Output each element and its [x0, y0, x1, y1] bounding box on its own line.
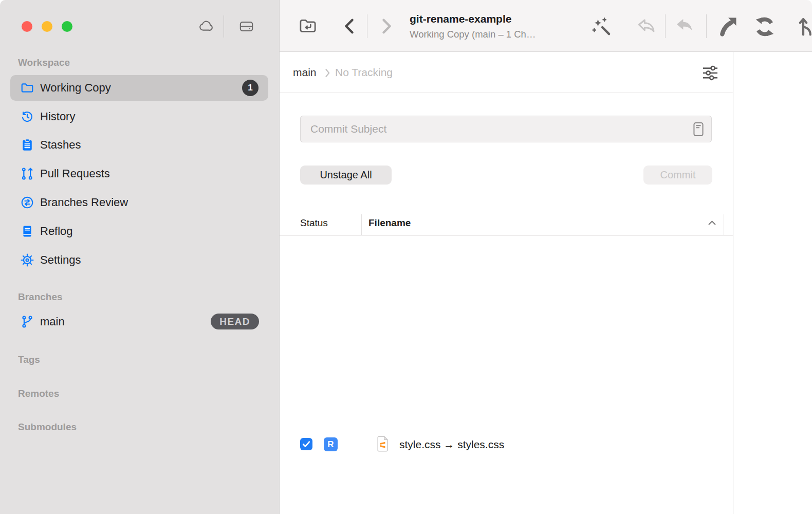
zoom-window-button[interactable] — [62, 21, 72, 32]
stage-checkbox[interactable] — [300, 438, 312, 450]
sidebar-section-submodules: Submodules — [18, 421, 77, 433]
breadcrumb-tracking[interactable]: No Tracking — [335, 66, 393, 79]
toolbar: git-rename-example Working Copy (main – … — [280, 0, 812, 52]
file-rename-label: style.css → styles.css — [399, 438, 504, 451]
sidebar-item-label: Settings — [40, 253, 81, 267]
back-button[interactable] — [342, 17, 356, 35]
commit-subject-input[interactable] — [300, 116, 712, 142]
sidebar-section-branches: Branches — [18, 291, 63, 303]
forward-button[interactable] — [380, 17, 394, 35]
table-row[interactable]: R style.css → styles.css — [280, 238, 733, 266]
close-repo-folder-icon[interactable] — [296, 16, 320, 36]
sidebar-item-branches-review[interactable]: Branches Review — [10, 190, 268, 215]
reflog-journal-icon — [20, 224, 34, 238]
toolbar-divider — [665, 14, 666, 38]
history-icon — [20, 109, 34, 124]
breadcrumb: main No Tracking — [280, 52, 733, 93]
breadcrumb-branch[interactable]: main — [293, 66, 317, 79]
column-divider[interactable] — [361, 214, 362, 235]
branch-icon — [20, 315, 34, 329]
detail-panel — [734, 52, 812, 514]
sidebar-top-divider — [224, 15, 224, 38]
nav-divider — [367, 14, 367, 38]
sidebar-item-stashes[interactable]: Stashes — [10, 132, 268, 158]
sidebar-item-reflog[interactable]: Reflog — [10, 218, 268, 244]
head-badge: HEAD — [211, 314, 259, 329]
sidebar-item-label: History — [40, 110, 75, 123]
cloud-services-icon[interactable] — [194, 19, 215, 34]
css-file-icon — [376, 436, 389, 452]
column-header-status[interactable]: Status — [300, 217, 328, 229]
sidebar-section-workspace: Workspace — [18, 57, 70, 68]
close-window-button[interactable] — [22, 21, 32, 32]
sidebar-section-remotes: Remotes — [18, 388, 59, 399]
chevron-right-icon — [324, 68, 331, 78]
commit-message-note-icon[interactable] — [693, 122, 704, 137]
sidebar-item-label: Working Copy — [40, 81, 111, 95]
sidebar-item-history[interactable]: History — [10, 104, 268, 130]
working-copy-panel: main No Tracking Unstage All Commit Stat… — [280, 52, 733, 514]
repo-title: git-rename-example — [410, 13, 579, 25]
commit-button[interactable]: Commit — [643, 166, 712, 185]
minimize-window-button[interactable] — [42, 21, 52, 32]
sidebar-item-label: Reflog — [40, 225, 73, 238]
sidebar-section-tags: Tags — [18, 354, 40, 365]
sidebar-item-label: main — [40, 315, 65, 328]
toolbar-divider — [706, 14, 707, 38]
unstage-all-button[interactable]: Unstage All — [300, 166, 392, 185]
discard-button-icon[interactable] — [636, 17, 657, 35]
sidebar-item-pull-requests[interactable]: Pull Requests — [10, 161, 268, 187]
local-repos-icon[interactable] — [237, 19, 256, 34]
sync-button-icon[interactable] — [753, 15, 776, 38]
pull-request-icon — [20, 167, 34, 181]
sidebar-item-settings[interactable]: Settings — [10, 247, 268, 273]
sidebar: Workspace Working Copy 1 History Stashes — [0, 0, 280, 514]
stash-clipboard-icon — [20, 138, 34, 152]
column-header-filename[interactable]: Filename — [368, 217, 411, 229]
sidebar-item-branch-main[interactable]: main HEAD — [10, 309, 268, 335]
sidebar-item-working-copy[interactable]: Working Copy 1 — [10, 75, 268, 101]
column-divider[interactable] — [724, 214, 724, 235]
sidebar-item-label: Pull Requests — [40, 167, 110, 180]
sidebar-item-label: Stashes — [40, 138, 81, 152]
sort-ascending-chevron-icon[interactable] — [708, 220, 716, 226]
gear-icon — [20, 253, 34, 267]
view-options-filter-icon[interactable] — [702, 65, 718, 81]
branches-review-icon — [20, 195, 34, 210]
push-button-icon[interactable] — [716, 15, 739, 38]
sidebar-item-label: Branches Review — [40, 196, 128, 209]
app-window: Workspace Working Copy 1 History Stashes — [0, 0, 812, 514]
title-block: git-rename-example Working Copy (main – … — [410, 13, 579, 40]
status-renamed-badge: R — [324, 437, 338, 451]
table-header-border — [280, 235, 733, 236]
repo-subtitle: Working Copy (main – 1 Ch… — [410, 29, 579, 40]
undo-button-icon[interactable] — [674, 17, 695, 35]
quick-actions-wand-icon[interactable] — [590, 15, 612, 37]
merge-button-icon[interactable] — [798, 15, 812, 38]
folder-icon — [20, 81, 34, 95]
change-count-badge: 1 — [242, 80, 259, 96]
